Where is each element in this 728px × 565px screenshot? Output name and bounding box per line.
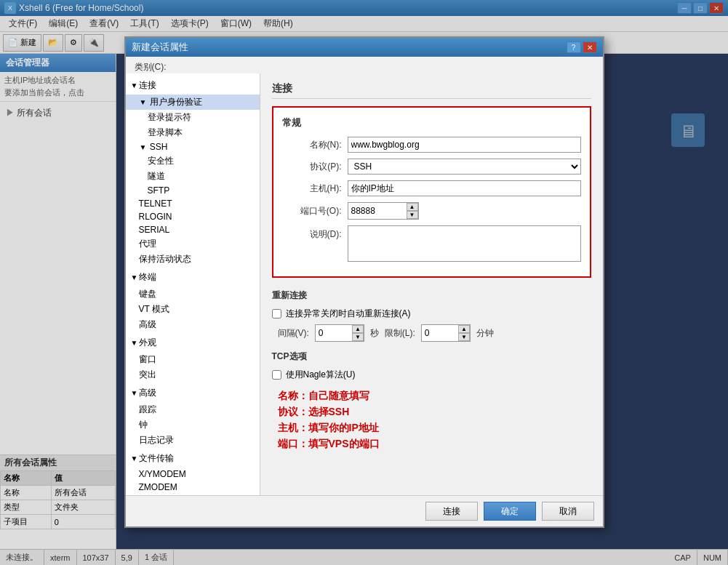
- tree-login-script[interactable]: 登录脚本: [126, 125, 260, 140]
- auto-reconnect-label: 连接异常关闭时自动重新连接(A): [286, 308, 411, 320]
- dialog-footer: 连接 确定 取消: [126, 495, 603, 526]
- connect-dialog-button[interactable]: 连接: [425, 502, 478, 521]
- tree-connection[interactable]: ▼ 连接: [126, 76, 260, 95]
- tree-keepalive[interactable]: 保持活动状态: [126, 252, 260, 267]
- expand-icon-2: ▼: [139, 98, 148, 106]
- normal-section-box: 常规 名称(N): 协议(P): SSH TELNET: [272, 106, 591, 278]
- dialog-title: 新建会话属性: [132, 41, 188, 54]
- tree-highlight[interactable]: 突出: [126, 367, 260, 382]
- protocol-select[interactable]: SSH TELNET RLOGIN SERIAL: [348, 159, 581, 175]
- tree-bell-label: 钟: [139, 420, 148, 430]
- protocol-label: 协议(P):: [282, 161, 348, 173]
- cancel-button[interactable]: 取消: [542, 502, 594, 521]
- normal-section-title: 常规: [282, 116, 581, 129]
- tree-zmodem-label: ZMODEM: [139, 482, 177, 492]
- tree-telnet[interactable]: TELNET: [126, 197, 260, 210]
- tree-trace[interactable]: 跟踪: [126, 402, 260, 417]
- protocol-field-row: 协议(P): SSH TELNET RLOGIN SERIAL: [282, 159, 581, 175]
- tree-bell[interactable]: 钟: [126, 417, 260, 433]
- dialog-title-bar: 新建会话属性 ? ✕: [126, 38, 603, 57]
- tree-user-auth[interactable]: ▼ 用户身份验证: [126, 95, 260, 110]
- tree-proxy[interactable]: 代理: [126, 236, 260, 252]
- tree-user-auth-label: 用户身份验证: [150, 97, 202, 107]
- dialog-content: 连接 常规 名称(N): 协议(P):: [260, 73, 603, 495]
- interval-input-wrap: ▲ ▼: [315, 324, 364, 342]
- limit-spinner: ▲ ▼: [458, 325, 470, 341]
- tree-sftp[interactable]: SFTP: [126, 184, 260, 197]
- tree-terminal[interactable]: ▼ 终端: [126, 268, 260, 286]
- tree-ssh-label: SSH: [150, 142, 168, 152]
- reconnect-section: 重新连接 连接异常关闭时自动重新连接(A) 间隔(V): ▲: [272, 289, 591, 342]
- host-field-row: 主机(H):: [282, 180, 581, 196]
- tree-vt-mode[interactable]: VT 模式: [126, 302, 260, 317]
- tree-advanced-terminal[interactable]: 高级: [126, 317, 260, 332]
- tree-file-transfer[interactable]: ▼ 文件传输: [126, 449, 260, 468]
- tree-ssh[interactable]: ▼ SSH: [126, 140, 260, 153]
- tree-zmodem[interactable]: ZMODEM: [126, 481, 260, 494]
- tree-window-label: 窗口: [139, 354, 156, 364]
- limit-down[interactable]: ▼: [458, 333, 470, 341]
- content-section-title: 连接: [272, 82, 591, 99]
- expand-icon-4: ▼: [130, 273, 139, 281]
- tree-tunnel[interactable]: 隧道: [126, 169, 260, 184]
- dialog-close-button[interactable]: ✕: [583, 41, 597, 53]
- tree-security-label: 安全性: [148, 156, 174, 166]
- limit-input-wrap: ▲ ▼: [421, 324, 471, 342]
- nagle-checkbox[interactable]: [272, 370, 281, 380]
- auto-reconnect-checkbox[interactable]: [272, 309, 281, 318]
- port-input[interactable]: [348, 203, 407, 219]
- tree-logging[interactable]: 日志记录: [126, 433, 260, 448]
- name-input[interactable]: [348, 137, 581, 153]
- tree-advanced[interactable]: ▼ 高级: [126, 384, 260, 402]
- interval-input[interactable]: [316, 325, 352, 341]
- port-down-button[interactable]: ▼: [407, 211, 418, 219]
- tree-keyboard[interactable]: 键盘: [126, 286, 260, 302]
- tree-xymodem[interactable]: X/YMODEM: [126, 468, 260, 481]
- tree-serial[interactable]: SERIAL: [126, 223, 260, 236]
- reconnect-title: 重新连接: [272, 289, 591, 302]
- category-label-row: 类别(C):: [126, 57, 603, 73]
- tree-sftp-label: SFTP: [148, 185, 170, 196]
- port-field-row: 端口号(O): ▲ ▼: [282, 202, 581, 220]
- reconnect-params-row: 间隔(V): ▲ ▼ 秒 限制(L):: [272, 324, 591, 342]
- tree-logging-label: 日志记录: [139, 435, 174, 445]
- tree-login-script-label: 登录脚本: [148, 127, 183, 137]
- host-input[interactable]: [348, 180, 581, 196]
- dialog-help-button[interactable]: ?: [567, 41, 581, 53]
- category-label: 类别(C):: [135, 62, 167, 72]
- nagle-label: 使用Nagle算法(U): [286, 369, 356, 381]
- desc-textarea[interactable]: [348, 225, 581, 262]
- tree-login-prompt[interactable]: 登录提示符: [126, 110, 260, 125]
- annotation-0: 名称：自己随意填写: [278, 390, 591, 403]
- tree-security[interactable]: 安全性: [126, 153, 260, 169]
- dialog-body: ▼ 连接 ▼ 用户身份验证 登录提示符 登录脚本: [126, 73, 603, 495]
- tree-connection-label: 连接: [139, 79, 156, 92]
- port-label: 端口号(O):: [282, 205, 348, 217]
- interval-down[interactable]: ▼: [352, 333, 364, 341]
- tree-window[interactable]: 窗口: [126, 352, 260, 367]
- tree-proxy-label: 代理: [139, 239, 156, 249]
- limit-input[interactable]: [422, 325, 458, 341]
- interval-spinner: ▲ ▼: [352, 325, 364, 341]
- limit-up[interactable]: ▲: [458, 325, 470, 333]
- interval-up[interactable]: ▲: [352, 325, 364, 333]
- dialog-overlay: 新建会话属性 ? ✕ 类别(C): ▼ 连接: [0, 0, 728, 565]
- host-label: 主机(H):: [282, 183, 348, 195]
- tree-keepalive-label: 保持活动状态: [139, 254, 191, 264]
- name-field-row: 名称(N):: [282, 137, 581, 153]
- tree-login-prompt-label: 登录提示符: [148, 112, 191, 122]
- tree-appearance[interactable]: ▼ 外观: [126, 334, 260, 352]
- nagle-row: 使用Nagle算法(U): [272, 369, 591, 381]
- tree-telnet-label: TELNET: [139, 199, 172, 209]
- tcp-title: TCP选项: [272, 350, 591, 363]
- tree-advanced-terminal-label: 高级: [139, 319, 156, 329]
- annotation-3: 端口：填写VPS的端口: [278, 438, 591, 451]
- tree-rlogin[interactable]: RLOGIN: [126, 210, 260, 223]
- expand-icon-3: ▼: [139, 143, 148, 151]
- port-up-button[interactable]: ▲: [407, 203, 418, 211]
- tree-advanced-label: 高级: [139, 387, 156, 399]
- main-window: www.bwgblog.org www.bwgblog.org www.bwgb…: [0, 0, 728, 565]
- tree-terminal-label: 终端: [139, 271, 156, 284]
- ok-button[interactable]: 确定: [484, 502, 536, 521]
- dialog-title-controls: ? ✕: [567, 41, 597, 53]
